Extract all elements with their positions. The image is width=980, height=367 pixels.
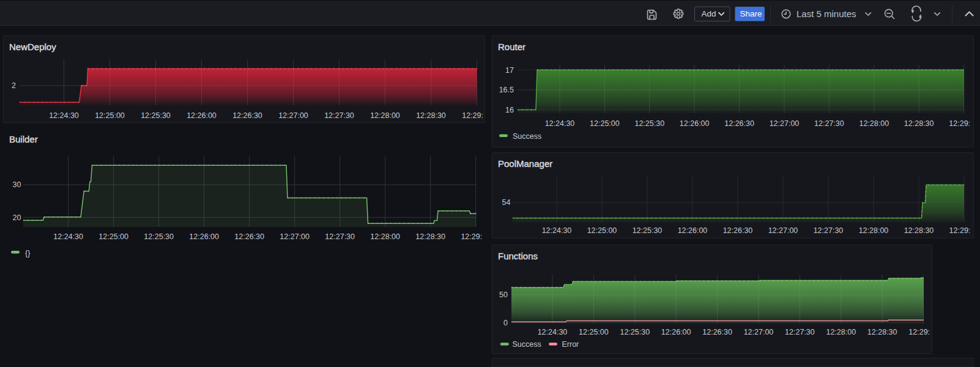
svg-text:12:28:30: 12:28:30 (867, 328, 897, 336)
svg-text:12:29:: 12:29: (949, 226, 971, 235)
svg-text:50: 50 (499, 291, 508, 299)
svg-text:12:25:30: 12:25:30 (620, 328, 650, 336)
svg-text:12:26:30: 12:26:30 (234, 232, 264, 241)
svg-text:12:26:30: 12:26:30 (702, 328, 732, 336)
svg-text:12:28:00: 12:28:00 (826, 328, 856, 336)
svg-text:12:25:30: 12:25:30 (633, 226, 663, 235)
svg-text:Last 5 minutes: Last 5 minutes (796, 9, 856, 19)
svg-text:{}: {} (25, 249, 30, 258)
svg-text:12:28:30: 12:28:30 (415, 232, 445, 241)
svg-text:12:27:30: 12:27:30 (814, 119, 844, 128)
svg-text:12:29:: 12:29: (949, 119, 970, 128)
svg-text:12:28:30: 12:28:30 (904, 119, 934, 128)
svg-text:12:29:: 12:29: (908, 328, 930, 336)
svg-text:30: 30 (13, 180, 21, 189)
svg-text:12:24:30: 12:24:30 (545, 119, 575, 128)
svg-text:12:26:30: 12:26:30 (723, 226, 753, 235)
svg-text:12:27:30: 12:27:30 (325, 232, 355, 241)
svg-text:12:27:30: 12:27:30 (324, 111, 354, 120)
svg-text:12:29:: 12:29: (461, 232, 482, 241)
svg-text:Success: Success (513, 132, 541, 141)
svg-text:12:25:00: 12:25:00 (95, 111, 125, 120)
svg-text:12:27:00: 12:27:00 (770, 119, 800, 128)
svg-text:12:28:30: 12:28:30 (904, 226, 934, 235)
svg-text:12:28:00: 12:28:00 (859, 226, 889, 235)
svg-text:12:26:30: 12:26:30 (232, 111, 262, 120)
svg-text:12:26:00: 12:26:00 (680, 119, 710, 128)
svg-text:17: 17 (505, 66, 514, 75)
svg-text:12:27:00: 12:27:00 (768, 226, 798, 235)
svg-text:Error: Error (562, 340, 579, 349)
svg-text:Add: Add (702, 9, 716, 18)
svg-text:12:24:30: 12:24:30 (542, 226, 572, 235)
svg-text:12:24:30: 12:24:30 (49, 111, 79, 120)
svg-text:12:24:30: 12:24:30 (53, 232, 83, 241)
svg-text:12:24:30: 12:24:30 (538, 328, 568, 336)
svg-text:12:26:00: 12:26:00 (678, 226, 708, 235)
svg-text:Share: Share (740, 9, 762, 18)
svg-text:12:28:00: 12:28:00 (370, 111, 400, 120)
svg-text:12:27:30: 12:27:30 (785, 328, 815, 336)
svg-text:12:25:30: 12:25:30 (634, 119, 664, 128)
svg-text:54: 54 (502, 198, 511, 207)
svg-text:12:25:00: 12:25:00 (590, 119, 620, 128)
svg-text:12:25:00: 12:25:00 (579, 328, 609, 336)
svg-text:0: 0 (503, 319, 508, 327)
svg-text:12:25:00: 12:25:00 (98, 232, 128, 241)
svg-text:12:27:00: 12:27:00 (744, 328, 774, 336)
svg-text:12:25:30: 12:25:30 (144, 232, 174, 241)
svg-text:12:25:30: 12:25:30 (141, 111, 171, 120)
svg-text:Success: Success (513, 340, 541, 349)
svg-text:12:26:30: 12:26:30 (724, 119, 754, 128)
svg-text:12:26:00: 12:26:00 (187, 111, 217, 120)
svg-text:12:28:00: 12:28:00 (859, 119, 889, 128)
svg-text:2: 2 (12, 81, 16, 90)
svg-text:12:27:30: 12:27:30 (814, 226, 844, 235)
svg-text:12:29:: 12:29: (462, 111, 483, 120)
svg-text:12:27:00: 12:27:00 (278, 111, 308, 120)
svg-text:12:27:00: 12:27:00 (280, 232, 310, 241)
svg-text:12:28:00: 12:28:00 (370, 232, 400, 241)
svg-text:12:26:00: 12:26:00 (189, 232, 219, 241)
svg-text:12:26:00: 12:26:00 (661, 328, 691, 336)
svg-text:20: 20 (13, 213, 21, 222)
svg-text:12:25:00: 12:25:00 (587, 226, 617, 235)
svg-text:16.5: 16.5 (499, 86, 514, 94)
svg-text:12:28:30: 12:28:30 (416, 111, 446, 120)
svg-text:16: 16 (505, 106, 514, 114)
